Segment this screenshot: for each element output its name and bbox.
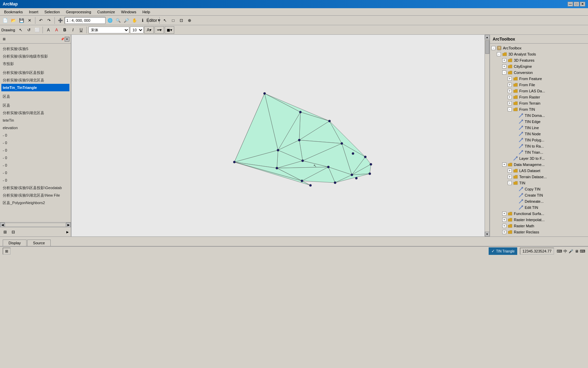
tree-item-t27[interactable]: +Functional Surfa... bbox=[491, 211, 587, 217]
tree-item-t10[interactable]: -From TIN bbox=[491, 106, 587, 112]
menu-selection[interactable]: Selection bbox=[42, 9, 63, 15]
scroll-up-button[interactable]: ▲ bbox=[485, 35, 490, 40]
tree-item-t6[interactable]: +From File bbox=[491, 82, 587, 88]
tab-display[interactable]: Display bbox=[3, 240, 27, 246]
tree-item-t21[interactable]: +Terrain Datase... bbox=[491, 174, 587, 180]
font-color-button[interactable]: A bbox=[53, 26, 60, 34]
scroll-thumb[interactable] bbox=[485, 40, 489, 54]
layer-item-l15[interactable]: - 0 bbox=[1, 132, 69, 139]
panel-pin-button[interactable]: 📌 bbox=[60, 37, 65, 42]
layer-item-l6[interactable]: 分析实验\实验5\湖北区县 bbox=[1, 76, 69, 84]
tree-item-t14[interactable]: TIN Node bbox=[491, 131, 587, 137]
menu-insert[interactable]: Insert bbox=[26, 9, 41, 15]
tree-item-t16[interactable]: TIN to Ra... bbox=[491, 143, 587, 149]
panel-close-button[interactable]: ✕ bbox=[65, 37, 69, 42]
identify-button[interactable]: ℹ bbox=[139, 17, 146, 24]
collapse-all-button[interactable]: ⊟ bbox=[10, 228, 17, 236]
font-family-select[interactable]: 宋体 bbox=[88, 27, 129, 33]
scroll-down-button[interactable]: ▼ bbox=[485, 232, 490, 236]
tree-item-t23[interactable]: Copy TIN bbox=[491, 186, 587, 192]
layer-item-l20[interactable]: - 0 bbox=[1, 169, 69, 177]
layer-item-l17[interactable]: - 0 bbox=[1, 147, 69, 154]
select-features-button[interactable]: □ bbox=[169, 17, 177, 24]
tree-item-t25[interactable]: Delineate... bbox=[491, 198, 587, 204]
tree-expand-t10[interactable]: - bbox=[508, 107, 512, 111]
menu-geoprocessing[interactable]: Geoprocessing bbox=[63, 9, 94, 15]
tree-expand-t29[interactable]: + bbox=[502, 224, 506, 228]
tree-expand-t5[interactable]: + bbox=[508, 77, 512, 81]
tree-expand-t7[interactable]: + bbox=[508, 89, 512, 93]
bold-button[interactable]: B bbox=[61, 26, 68, 34]
tree-item-t28[interactable]: +Raster Interpolat... bbox=[491, 217, 587, 223]
shadow-button[interactable]: ◼▾ bbox=[165, 26, 174, 34]
font-size-select[interactable]: 10 bbox=[130, 27, 144, 33]
tree-expand-t19[interactable]: + bbox=[502, 163, 506, 167]
close-button[interactable]: ✕ bbox=[580, 2, 585, 6]
save-button[interactable]: 💾 bbox=[18, 17, 25, 24]
open-button[interactable]: 📂 bbox=[10, 17, 17, 24]
layer-item-l24[interactable]: 区县_PolygonNeighbors2 bbox=[1, 199, 69, 206]
tree-item-t19[interactable]: +Data Manageme... bbox=[491, 162, 587, 168]
tree-expand-t28[interactable]: + bbox=[502, 218, 506, 222]
full-extent-button[interactable]: 🌐 bbox=[106, 17, 114, 24]
tree-item-t8[interactable]: +From Raster bbox=[491, 94, 587, 100]
tree-item-t1[interactable]: -3D Analyst Tools bbox=[491, 51, 587, 57]
tree-item-t30[interactable]: +Raster Reclass bbox=[491, 229, 587, 235]
tree-expand-t6[interactable]: + bbox=[508, 83, 512, 87]
tree-item-t20[interactable]: +LAS Dataset bbox=[491, 168, 587, 174]
layer-item-l9[interactable]: 区县 bbox=[1, 93, 69, 100]
tree-item-t24[interactable]: Create TIN bbox=[491, 192, 587, 198]
tree-expand-t0[interactable]: - bbox=[491, 46, 495, 50]
layer-item-l7[interactable]: teteTin_TinTriangle bbox=[1, 84, 69, 91]
tree-item-t11[interactable]: TIN Doma... bbox=[491, 112, 587, 119]
tree-expand-t4[interactable]: - bbox=[502, 71, 506, 75]
tree-item-t4[interactable]: -Conversion bbox=[491, 70, 587, 76]
map-area[interactable]: ↖ bbox=[71, 35, 485, 236]
tree-expand-t1[interactable]: - bbox=[497, 52, 501, 56]
tree-expand-t3[interactable]: + bbox=[502, 64, 506, 68]
layer-item-l1[interactable]: 分析实验\实验5 bbox=[1, 45, 69, 52]
tree-expand-t2[interactable]: + bbox=[502, 58, 506, 62]
add-data-button[interactable]: ➕ bbox=[56, 17, 64, 24]
tab-source[interactable]: Source bbox=[27, 240, 51, 246]
new-button[interactable]: 📄 bbox=[1, 17, 9, 24]
tree-expand-t30[interactable]: + bbox=[502, 230, 506, 234]
tree-item-t2[interactable]: +3D Features bbox=[491, 57, 587, 63]
layer-item-l12[interactable]: 分析实验\实验5\湖北区县 bbox=[1, 109, 69, 117]
layer-item-l5[interactable]: 分析实验\实验5\区县投影 bbox=[1, 69, 69, 76]
drawing-select-button[interactable]: ⬜ bbox=[33, 26, 41, 34]
left-panel-scrollbar[interactable]: ◀ ▶ bbox=[0, 222, 71, 227]
close-map-button[interactable]: ✕ bbox=[26, 17, 33, 24]
layer-item-l11[interactable]: 区县 bbox=[1, 102, 69, 109]
expand-all-button[interactable]: ⊞ bbox=[1, 228, 9, 236]
line-color-button[interactable]: ━▾ bbox=[154, 26, 164, 34]
maximize-button[interactable]: □ bbox=[574, 2, 579, 6]
drawing-rotate-button[interactable]: ↺ bbox=[25, 26, 33, 34]
layer-item-l18[interactable]: - 0 bbox=[1, 154, 69, 162]
tree-item-t22[interactable]: -TIN bbox=[491, 180, 587, 186]
layer-item-l3[interactable]: 市投影 bbox=[1, 60, 69, 67]
panel-resize-button[interactable]: ▶ bbox=[66, 230, 69, 234]
tree-expand-t27[interactable]: + bbox=[502, 212, 506, 216]
tree-item-t12[interactable]: TIN Edge bbox=[491, 119, 587, 125]
tree-expand-t21[interactable]: + bbox=[508, 175, 512, 179]
tree-expand-t20[interactable]: + bbox=[508, 169, 512, 173]
redo-button[interactable]: ↷ bbox=[45, 17, 53, 24]
tree-item-t0[interactable]: -TArcToolbox bbox=[491, 45, 587, 51]
menu-help[interactable]: Help bbox=[140, 9, 153, 15]
layer-item-l23[interactable]: 分析实验\实验5\湖北区县\New File bbox=[1, 191, 69, 199]
menu-customize[interactable]: Customize bbox=[95, 9, 118, 15]
tree-item-t29[interactable]: +Raster Math bbox=[491, 223, 587, 229]
italic-button[interactable]: I bbox=[69, 26, 77, 34]
underline-button[interactable]: U bbox=[77, 26, 85, 34]
layer-item-l21[interactable]: - 0 bbox=[1, 177, 69, 184]
clear-selection-button[interactable]: ⊡ bbox=[178, 17, 185, 24]
pan-button[interactable]: ✋ bbox=[131, 17, 138, 24]
fill-color-button[interactable]: A▾ bbox=[144, 26, 154, 34]
layer-item-l19[interactable]: - 0 bbox=[1, 162, 69, 169]
text-format-button[interactable]: A bbox=[45, 26, 52, 34]
select-button[interactable]: ↖ bbox=[161, 17, 169, 24]
tree-expand-t8[interactable]: + bbox=[508, 95, 512, 99]
scale-input[interactable]: 1 : 4, 000, 000 bbox=[65, 17, 105, 24]
layer-item-l14[interactable]: elevation bbox=[1, 124, 69, 132]
